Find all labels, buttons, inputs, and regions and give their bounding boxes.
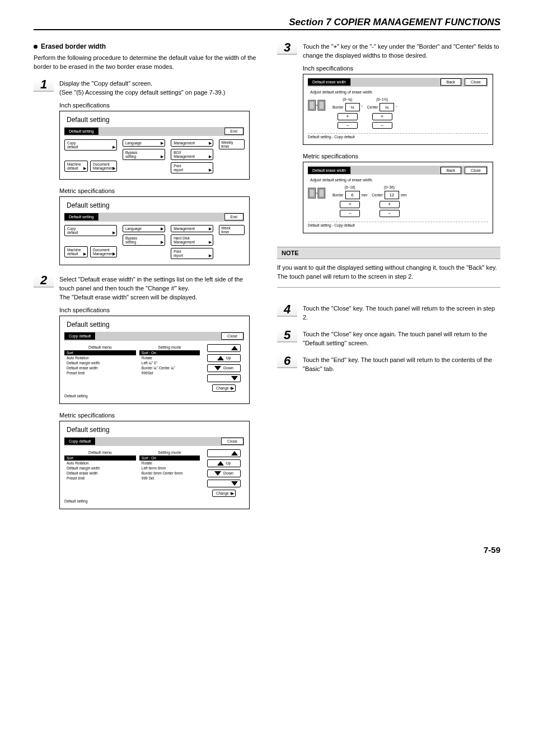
language-button[interactable]: Language▶ xyxy=(123,225,165,232)
list-item[interactable]: Sort xyxy=(64,350,136,355)
scroll-down-button[interactable] xyxy=(207,480,241,487)
right-column: 3 Touch the "+" key or the "-" key under… xyxy=(277,43,500,517)
triangle-up-icon xyxy=(217,461,224,466)
step-2: 2 Select "Default erase width" in the se… xyxy=(34,275,257,302)
triangle-up-icon xyxy=(217,356,224,360)
scroll-up-button[interactable] xyxy=(207,344,241,352)
copy-default-panel-inch: Default setting Copy default Close Defau… xyxy=(59,316,250,404)
end-button[interactable]: End xyxy=(224,213,243,220)
svg-rect-3 xyxy=(319,101,324,109)
border-plus-button[interactable]: + xyxy=(338,113,358,120)
intro-text: Perform the following procedure to deter… xyxy=(34,54,257,72)
step-1: 1 Display the "Copy default" screen. (Se… xyxy=(34,79,257,97)
step-2-text: Select "Default erase width" in the sett… xyxy=(59,275,257,302)
document-management-button[interactable]: Document Management▶ xyxy=(90,161,117,172)
list-item[interactable]: Default erase width xyxy=(64,365,136,370)
triangle-down-icon xyxy=(231,376,238,381)
machine-default-button[interactable]: Machine default▶ xyxy=(64,246,88,257)
border-minus-button[interactable]: − xyxy=(340,210,360,217)
step-4: 4 Touch the "Close" key. The touch panel… xyxy=(277,304,500,322)
center-value: 12 xyxy=(385,191,399,199)
weekly-timer-button[interactable]: Weekly timer xyxy=(219,139,245,149)
note-body: If you want to quit the displayed settin… xyxy=(277,264,500,288)
svg-rect-1 xyxy=(310,101,315,109)
center-minus-button[interactable]: − xyxy=(380,210,400,217)
center-plus-button[interactable]: + xyxy=(380,201,400,208)
bypass-setting-button[interactable]: Bypass setting▶ xyxy=(123,234,165,246)
left-column: Erased border width Perform the followin… xyxy=(34,43,257,517)
down-button[interactable]: Down xyxy=(207,469,241,477)
content-columns: Erased border width Perform the followin… xyxy=(34,43,500,517)
center-minus-button[interactable]: − xyxy=(372,122,392,129)
panel-titlebar: Default setting End xyxy=(64,127,245,136)
document-management-button[interactable]: Document Management▶ xyxy=(90,246,117,257)
list-item[interactable]: Auto Rotation xyxy=(64,355,136,360)
language-button[interactable]: Language▶ xyxy=(123,139,165,147)
management-button[interactable]: Management▶ xyxy=(171,225,213,232)
triangle-down-icon xyxy=(231,481,238,486)
copy-default-button[interactable]: Copy default▶ xyxy=(64,225,117,236)
svg-rect-6 xyxy=(310,189,315,197)
close-button[interactable]: Close xyxy=(465,78,487,86)
scroll-up-button[interactable] xyxy=(207,449,241,457)
step-4-text: Touch the "Close" key. The touch panel w… xyxy=(303,304,500,322)
default-setting-panel-inch: Default setting Default setting End Copy… xyxy=(59,111,250,180)
down-button[interactable]: Down xyxy=(207,364,241,372)
close-button[interactable]: Close xyxy=(465,167,487,174)
step-6: 6 Touch the "End" key. The touch panel w… xyxy=(277,356,500,374)
setting-mode-list: Setting mode Sort : On Rotate Left 6mm 0… xyxy=(139,449,200,497)
list-item[interactable]: Default margin width xyxy=(64,360,136,365)
inch-spec-label-3: Inch specifications xyxy=(303,65,500,72)
management-button[interactable]: Management▶ xyxy=(171,139,213,147)
note-box: NOTE If you want to quit the displayed s… xyxy=(277,247,500,288)
step-5: 5 Touch the "Close" key once again. The … xyxy=(277,330,500,348)
list-item[interactable]: Default margin width xyxy=(64,466,136,471)
metric-spec-label-2: Metric specifications xyxy=(59,412,257,419)
list-item[interactable]: Preset limit xyxy=(64,370,136,375)
border-plus-button[interactable]: + xyxy=(340,201,360,208)
up-button[interactable]: Up xyxy=(207,459,241,467)
step-3: 3 Touch the "+" key or the "-" key under… xyxy=(277,43,500,60)
scroll-down-button[interactable] xyxy=(207,374,241,382)
print-report-button[interactable]: Print report▶ xyxy=(171,248,213,259)
metric-spec-label: Metric specifications xyxy=(59,187,257,194)
week-timer-button[interactable]: Week timer xyxy=(219,225,245,235)
list-item[interactable]: Preset limit xyxy=(64,476,136,481)
print-report-button[interactable]: Print report▶ xyxy=(171,162,213,173)
copy-default-panel-metric: Default setting Copy default Close Defau… xyxy=(59,421,250,509)
erase-width-icon xyxy=(308,185,328,202)
close-button[interactable]: Close xyxy=(221,438,243,445)
step-3-text: Touch the "+" key or the "-" key under t… xyxy=(303,43,500,60)
close-button[interactable]: Close xyxy=(221,332,243,340)
up-button[interactable]: Up xyxy=(207,354,241,362)
machine-default-button[interactable]: Machine default▶ xyxy=(64,161,88,172)
subheading: Erased border width xyxy=(34,43,257,50)
inch-spec-label: Inch specifications xyxy=(59,102,257,109)
box-management-button[interactable]: BOX Management▶ xyxy=(171,149,213,160)
step-6-text: Touch the "End" key. The touch panel wil… xyxy=(303,356,500,374)
erase-width-panel-metric: Default erase width Back Close Adjust de… xyxy=(303,162,493,233)
triangle-up-icon xyxy=(231,451,238,456)
change-number-button[interactable]: Change #▶ xyxy=(212,384,236,392)
inch-spec-label-2: Inch specifications xyxy=(59,307,257,313)
end-button[interactable]: End xyxy=(224,128,243,135)
harddisk-management-button[interactable]: Hard Disk Management▶ xyxy=(171,234,213,246)
copy-default-button[interactable]: Copy default▶ xyxy=(64,139,117,151)
default-setting-panel-metric: Default setting Default setting End Copy… xyxy=(59,196,250,265)
back-button[interactable]: Back xyxy=(441,167,462,174)
triangle-up-icon xyxy=(231,346,238,350)
bullet-icon xyxy=(34,45,38,49)
change-number-button[interactable]: Change #▶ xyxy=(212,490,236,497)
page-header: Section 7 COPIER MANAGEMENT FUNCTIONS xyxy=(34,17,500,30)
list-item[interactable]: Sort xyxy=(64,456,136,461)
note-heading: NOTE xyxy=(277,247,500,259)
list-item[interactable]: Auto Rotation xyxy=(64,461,136,466)
triangle-down-icon xyxy=(214,471,221,476)
erase-width-icon xyxy=(308,97,328,114)
border-minus-button[interactable]: − xyxy=(338,122,358,129)
back-button[interactable]: Back xyxy=(441,78,462,86)
bypass-setting-button[interactable]: Bypass setting▶ xyxy=(123,149,165,160)
center-plus-button[interactable]: + xyxy=(372,113,392,120)
list-item[interactable]: Default erase width xyxy=(64,471,136,476)
step-1-text: Display the "Copy default" screen. (See … xyxy=(59,79,257,97)
